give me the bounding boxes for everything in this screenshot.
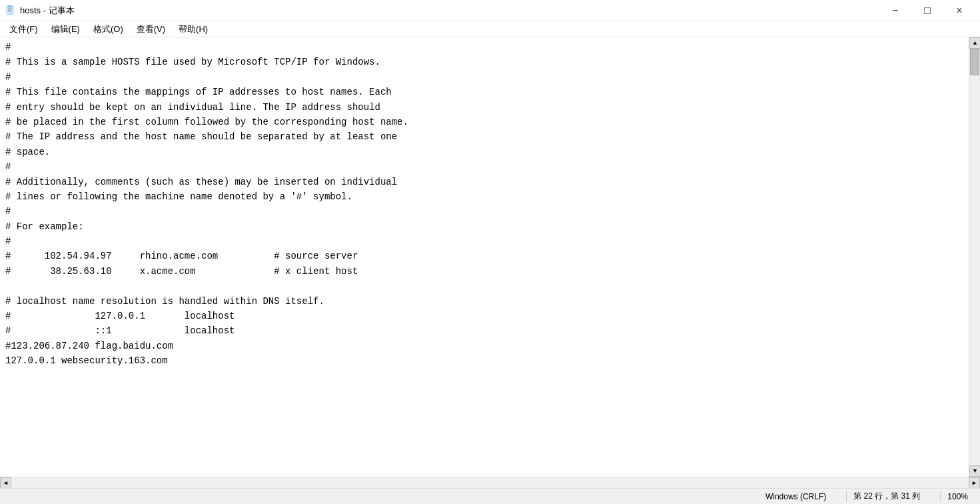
title-bar: hosts - 记事本 − □ ×: [0, 0, 980, 21]
status-bar: Windows (CRLF) 第 22 行，第 31 列 100%: [0, 488, 980, 504]
notepad-icon: [5, 5, 16, 16]
scroll-thumb-y[interactable]: [970, 49, 979, 75]
scroll-left-button[interactable]: ◀: [0, 477, 11, 489]
menu-file[interactable]: 文件(F): [3, 22, 45, 37]
position-status: 第 22 行，第 31 列: [846, 491, 927, 502]
horizontal-scrollbar[interactable]: ◀ ▶: [0, 477, 980, 488]
encoding-status: Windows (CRLF): [759, 492, 833, 501]
scroll-track-x[interactable]: [11, 477, 969, 488]
window-controls: − □ ×: [880, 3, 975, 19]
menu-view[interactable]: 查看(V): [130, 22, 172, 37]
title-bar-left: hosts - 记事本: [5, 5, 75, 17]
menu-help[interactable]: 帮助(H): [172, 22, 215, 37]
svg-rect-1: [8, 5, 12, 7]
menu-bar: 文件(F) 编辑(E) 格式(O) 查看(V) 帮助(H): [0, 21, 980, 37]
editor-textarea[interactable]: # # This is a sample HOSTS file used by …: [0, 37, 969, 477]
scroll-up-button[interactable]: ▲: [969, 37, 980, 49]
menu-format[interactable]: 格式(O): [87, 22, 130, 37]
scroll-down-button[interactable]: ▼: [969, 465, 980, 477]
minimize-button[interactable]: −: [880, 3, 911, 19]
vertical-scrollbar[interactable]: ▲ ▼: [969, 37, 980, 477]
maximize-button[interactable]: □: [912, 3, 943, 19]
scroll-right-button[interactable]: ▶: [969, 477, 980, 489]
menu-edit[interactable]: 编辑(E): [45, 22, 87, 37]
zoom-status: 100%: [940, 492, 975, 501]
editor-container: # # This is a sample HOSTS file used by …: [0, 37, 980, 477]
scroll-track-y[interactable]: [969, 49, 980, 465]
close-button[interactable]: ×: [944, 3, 975, 19]
window-title: hosts - 记事本: [20, 5, 75, 17]
